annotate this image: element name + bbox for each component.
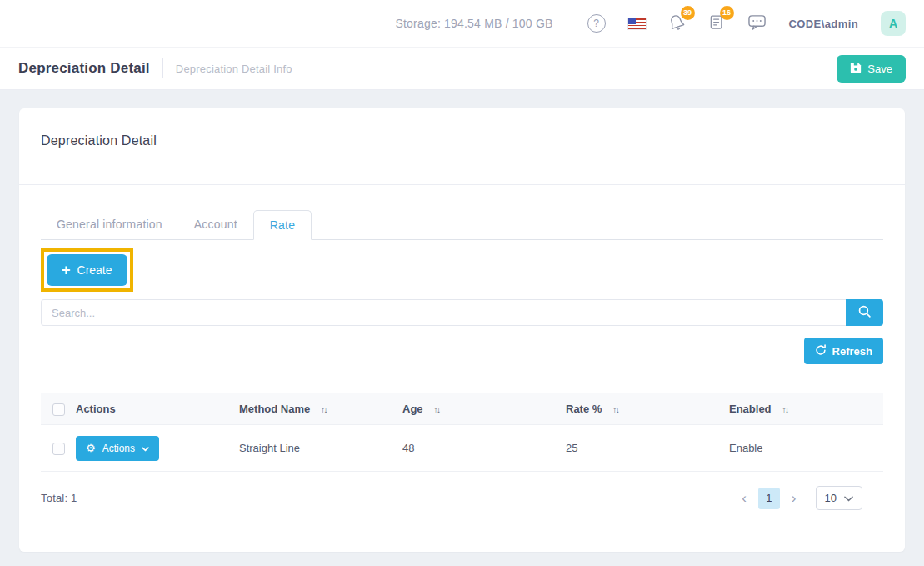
column-header-actions: Actions bbox=[72, 393, 236, 425]
card-title: Depreciation Detail bbox=[41, 133, 883, 148]
pagination: ‹ 1 › 10 bbox=[737, 486, 862, 510]
method-name-header-label: Method Name bbox=[239, 403, 310, 415]
page-header: Depreciation Detail Depreciation Detail … bbox=[0, 48, 924, 90]
page-number[interactable]: 1 bbox=[758, 488, 780, 509]
select-all-cell bbox=[41, 393, 72, 425]
cell-age: 48 bbox=[399, 425, 562, 472]
language-button[interactable] bbox=[628, 18, 646, 29]
storage-indicator: Storage: 194.54 MB / 100 GB bbox=[395, 17, 552, 30]
help-button[interactable]: ? bbox=[587, 14, 606, 33]
card-body: General information Account Rate + Creat… bbox=[19, 210, 905, 510]
refresh-label: Refresh bbox=[832, 345, 872, 358]
select-chevron-icon bbox=[844, 492, 853, 504]
create-button-highlight: + Create bbox=[41, 248, 133, 292]
notifications-button[interactable]: 39 bbox=[668, 13, 686, 34]
total-count: Total: 1 bbox=[41, 492, 77, 504]
create-button[interactable]: + Create bbox=[47, 254, 127, 286]
cell-enabled: Enable bbox=[726, 425, 883, 472]
save-label: Save bbox=[867, 63, 892, 75]
messages-badge: 16 bbox=[720, 6, 734, 20]
rate-table: Actions Method Name ↑↓ Age ↑↓ bbox=[41, 393, 883, 510]
refresh-button[interactable]: Refresh bbox=[804, 338, 883, 364]
topbar: Storage: 194.54 MB / 100 GB ? 39 16 bbox=[0, 0, 924, 48]
column-header-age[interactable]: Age ↑↓ bbox=[399, 393, 562, 425]
search-button[interactable] bbox=[846, 299, 883, 326]
help-icon: ? bbox=[587, 14, 606, 33]
tab-bar: General information Account Rate bbox=[41, 210, 883, 240]
us-flag-icon bbox=[628, 18, 646, 29]
tab-general-information[interactable]: General information bbox=[41, 210, 178, 240]
next-page-button[interactable]: › bbox=[787, 491, 801, 505]
cell-method-name: Straight Line bbox=[236, 425, 399, 472]
page-size-value: 10 bbox=[825, 492, 837, 504]
messages-button[interactable]: 16 bbox=[708, 13, 725, 34]
search-icon bbox=[857, 304, 872, 321]
avatar[interactable]: A bbox=[881, 11, 906, 36]
select-all-checkbox[interactable] bbox=[52, 403, 65, 416]
gear-icon: ⚙ bbox=[86, 443, 96, 453]
save-button[interactable]: Save bbox=[837, 55, 906, 83]
search-input[interactable] bbox=[41, 299, 846, 326]
cell-rate: 25 bbox=[562, 425, 726, 472]
actions-header-label: Actions bbox=[76, 403, 116, 415]
row-actions-button[interactable]: ⚙ Actions bbox=[76, 436, 159, 461]
chat-icon bbox=[747, 13, 767, 34]
page-title: Depreciation Detail bbox=[18, 60, 150, 77]
header-divider bbox=[162, 58, 163, 78]
sort-icon: ↑↓ bbox=[782, 404, 787, 414]
tab-account[interactable]: Account bbox=[178, 210, 253, 240]
sort-icon: ↑↓ bbox=[321, 404, 327, 414]
prev-page-button[interactable]: ‹ bbox=[737, 491, 751, 505]
chevron-down-icon bbox=[142, 443, 149, 454]
chat-button[interactable] bbox=[747, 13, 767, 34]
row-select-cell bbox=[41, 425, 72, 472]
depreciation-detail-card: Depreciation Detail General information … bbox=[19, 108, 905, 552]
refresh-icon bbox=[815, 344, 827, 358]
enabled-header-label: Enabled bbox=[729, 403, 772, 415]
rate-header-label: Rate % bbox=[566, 403, 602, 415]
notifications-badge: 39 bbox=[681, 6, 695, 20]
current-user-label: CODE\admin bbox=[789, 18, 858, 30]
column-header-rate[interactable]: Rate % ↑↓ bbox=[562, 393, 726, 425]
card-header: Depreciation Detail bbox=[19, 108, 905, 185]
refresh-row: Refresh bbox=[41, 338, 883, 364]
tab-rate[interactable]: Rate bbox=[253, 210, 312, 240]
page-size-select[interactable]: 10 bbox=[816, 486, 862, 510]
plus-icon: + bbox=[62, 263, 71, 278]
table-footer: Total: 1 ‹ 1 › 10 bbox=[41, 486, 883, 510]
column-header-method-name[interactable]: Method Name ↑↓ bbox=[236, 393, 399, 425]
sort-icon: ↑↓ bbox=[612, 404, 618, 414]
row-actions-cell: ⚙ Actions bbox=[72, 425, 236, 472]
table-row: ⚙ Actions Straight Line bbox=[41, 425, 883, 472]
row-checkbox[interactable] bbox=[52, 443, 65, 455]
save-icon bbox=[850, 62, 862, 76]
actions-button-label: Actions bbox=[102, 443, 135, 454]
sort-icon: ↑↓ bbox=[433, 404, 439, 414]
age-header-label: Age bbox=[402, 403, 423, 415]
table-header-row: Actions Method Name ↑↓ Age ↑↓ bbox=[41, 393, 883, 425]
content-area: Depreciation Detail General information … bbox=[0, 90, 924, 566]
search-bar bbox=[41, 299, 883, 326]
create-label: Create bbox=[77, 263, 112, 277]
breadcrumb: Depreciation Detail Info bbox=[176, 63, 837, 75]
column-header-enabled[interactable]: Enabled ↑↓ bbox=[726, 393, 883, 425]
